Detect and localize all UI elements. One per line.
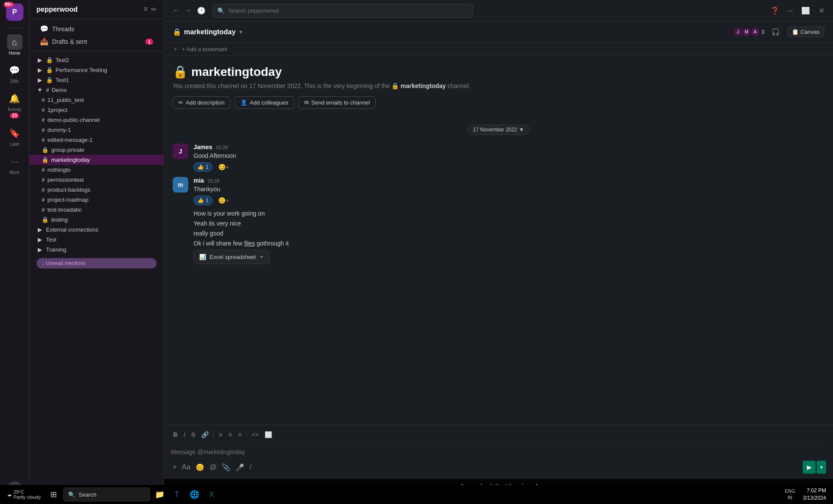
format-button[interactable]: Aa xyxy=(180,461,192,473)
add-description-button[interactable]: ✏ Add description xyxy=(173,96,230,109)
send-dropdown-button[interactable]: ▼ xyxy=(817,461,826,474)
back-button[interactable]: ← xyxy=(171,5,181,16)
rail-more[interactable]: ··· More xyxy=(0,151,29,177)
sidebar-item-threads[interactable]: 💬 Threads xyxy=(33,23,160,35)
add-reaction-james[interactable]: 😊+ xyxy=(214,162,233,172)
sidebar-item-test-group[interactable]: ▶ Test xyxy=(30,235,164,245)
composer: B I S 🔗 ≡ ≡ ≡ <> ⬜ + Aa 😊 @ 📎 xyxy=(164,424,833,479)
indent-button[interactable]: ≡ xyxy=(236,430,244,439)
sidebar-item-permtest[interactable]: # permissiontest xyxy=(30,175,164,185)
history-button[interactable]: 🕐 xyxy=(195,5,207,16)
windows-button[interactable]: ⊞ xyxy=(46,487,62,502)
sidebar-nav: 💬 Threads 📤 Drafts & sent 1 xyxy=(30,19,164,52)
date-chevron-icon: ▼ xyxy=(519,127,524,133)
filter-icon[interactable]: ≡ xyxy=(144,5,148,13)
send-button[interactable]: ▶ xyxy=(803,461,816,474)
minimize-icon[interactable]: ─ xyxy=(786,5,794,16)
canvas-button[interactable]: 📋 Canvas xyxy=(787,26,824,37)
channel-intro-desc: You created this channel on 17 November … xyxy=(173,82,824,89)
workspace-button[interactable]: 99+ P xyxy=(6,3,23,21)
composer-input[interactable] xyxy=(171,447,826,457)
slash-button[interactable]: / xyxy=(248,461,253,473)
rail-later[interactable]: 🔖 Later xyxy=(0,123,29,149)
sidebar-item-nothingto[interactable]: # nothingto xyxy=(30,165,164,175)
unordered-list-button[interactable]: ≡ xyxy=(226,430,234,439)
sidebar-item-product[interactable]: # product-backlogs xyxy=(30,185,164,195)
sidebar-item-11public[interactable]: # 11_public_test xyxy=(30,95,164,105)
intro-channel-name: marketingtoday xyxy=(191,65,282,79)
taskbar-browser-icon[interactable]: 🌐 xyxy=(187,487,202,502)
link-button[interactable]: 🔗 xyxy=(199,430,211,439)
bookmark-bar[interactable]: ＋ + Add a bookmark xyxy=(164,43,833,56)
send-emails-label: Send emails to channel xyxy=(312,99,370,106)
sidebar-item-drafts[interactable]: 📤 Drafts & sent 1 xyxy=(33,35,160,48)
bold-button[interactable]: B xyxy=(171,430,180,439)
add-colleagues-button[interactable]: 👤 Add colleagues xyxy=(235,96,294,109)
sidebar-item-test1[interactable]: ▶ 🔒 Test1 xyxy=(30,75,164,85)
audio-button[interactable]: 🎤 xyxy=(234,461,246,473)
maximize-icon[interactable]: ⬜ xyxy=(800,5,812,16)
close-icon[interactable]: ✕ xyxy=(817,5,826,16)
messages-area: 🔒 marketingtoday You created this channe… xyxy=(164,56,833,424)
search-bar[interactable]: 🔍 xyxy=(213,4,473,18)
taskbar-teams-icon[interactable]: T xyxy=(169,487,185,502)
clock-display: 7:02 PM 3/13/2024 xyxy=(800,487,830,502)
unread-mentions-button[interactable]: ↓ Unread mentions xyxy=(36,258,157,268)
sidebar-item-test2[interactable]: ▶ 🔒 Test2 xyxy=(30,55,164,65)
sidebar-item-roadmap[interactable]: # project-roadmap xyxy=(30,195,164,205)
ordered-list-button[interactable]: ≡ xyxy=(216,430,224,439)
sidebar-item-training[interactable]: ▶ Training xyxy=(30,245,164,255)
strikethrough-button[interactable]: S xyxy=(189,430,197,439)
rail-dms[interactable]: 💬 DMs xyxy=(0,60,29,86)
channel-header-right: J M A 3 🎧 📋 Canvas xyxy=(733,26,824,38)
sidebar-item-edited[interactable]: # edited-message-1 xyxy=(30,135,164,145)
channel-title[interactable]: marketingtoday xyxy=(184,28,236,36)
video-button[interactable]: 📎 xyxy=(220,461,232,473)
sidebar-item-performance-testing[interactable]: ▶ 🔒 Performance Testing xyxy=(30,65,164,75)
taskbar-search[interactable]: 🔍 Search xyxy=(63,488,150,501)
taskbar-excel-icon[interactable]: X xyxy=(204,487,220,502)
help-icon[interactable]: ❓ xyxy=(769,5,781,16)
sidebar-item-marketingtoday[interactable]: 🔒 marketingtoday xyxy=(30,155,164,165)
block-button[interactable]: ⬜ xyxy=(262,430,274,439)
message-inline-4: Ok i will share few files gothrough it 📊… xyxy=(173,239,824,265)
rail-home[interactable]: ⌂ Home xyxy=(0,32,29,58)
reaction-count: 1 xyxy=(206,164,209,170)
forward-button[interactable]: → xyxy=(183,5,193,16)
expand-arrow-demo: ▼ xyxy=(36,87,43,93)
add-reaction-mia[interactable]: 😊+ xyxy=(214,196,233,205)
send-emails-button[interactable]: ✉ Send emails to channel xyxy=(298,96,376,109)
reaction-mia-thumbsup[interactable]: 👍 1 xyxy=(193,196,213,205)
sidebar-item-group-private[interactable]: 🔒 group-private xyxy=(30,145,164,155)
headphones-icon[interactable]: 🎧 xyxy=(770,26,782,38)
code-button[interactable]: <> xyxy=(249,430,261,439)
sidebar-item-1project[interactable]: # 1project xyxy=(30,105,164,115)
rail-activity[interactable]: 🔔 Activity 23 xyxy=(0,88,29,121)
taskbar-file-icon[interactable]: 📁 xyxy=(152,487,167,502)
activity-label: Activity xyxy=(8,107,22,112)
hash-icon-demopublic: # xyxy=(42,117,45,123)
drafts-icon: 📤 xyxy=(40,37,49,46)
date-badge[interactable]: 17 November 2022 ▼ xyxy=(467,124,530,135)
file-attachment[interactable]: 📊 Excel spreadsheet ▼ xyxy=(193,250,269,264)
attach-button[interactable]: + xyxy=(171,461,178,473)
member-count[interactable]: 3 xyxy=(761,29,764,35)
sidebar-item-demo[interactable]: ▼ # Demo xyxy=(30,85,164,95)
reaction-james-thumbsup[interactable]: 👍 1 xyxy=(193,162,213,172)
dms-icon: 💬 xyxy=(7,62,23,78)
channel-label-mkt: marketingtoday xyxy=(51,157,90,163)
italic-button[interactable]: I xyxy=(181,430,187,439)
mention-button[interactable]: @ xyxy=(208,461,218,473)
workspace-name[interactable]: pepperwood xyxy=(36,6,78,13)
sidebar-item-external[interactable]: ▶ External connections xyxy=(30,225,164,235)
sidebar-item-testing[interactable]: 🔒 testing xyxy=(30,215,164,225)
compose-icon[interactable]: ✏ xyxy=(151,5,157,13)
sidebar-item-demo-public[interactable]: # demo-public-channel xyxy=(30,115,164,125)
emoji-button[interactable]: 😊 xyxy=(194,461,206,473)
reaction-mia-count: 1 xyxy=(206,197,209,203)
sidebar-item-dummy1[interactable]: # dummy-1 xyxy=(30,125,164,135)
hash-icon-dummy1: # xyxy=(42,127,45,133)
sidebar-item-testbroadabc[interactable]: # test-broadabc xyxy=(30,205,164,215)
search-input[interactable] xyxy=(228,7,468,14)
member-avatars: J M A 3 xyxy=(733,27,764,37)
